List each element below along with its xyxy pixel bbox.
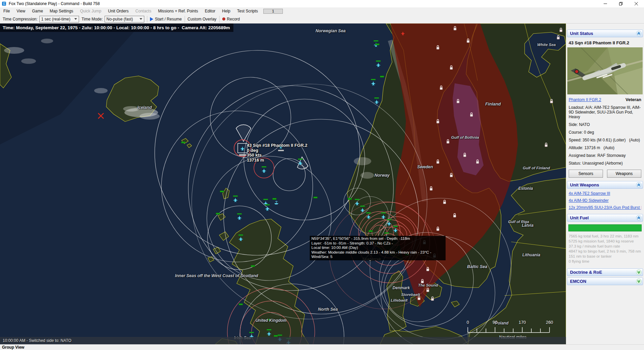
record-dot-icon <box>222 17 225 20</box>
menu-map-settings[interactable]: Map Settings <box>46 9 77 13</box>
unit-status-header[interactable]: Unit Status <box>567 30 643 37</box>
unit-db-link[interactable]: Phantom II FGR.2 <box>569 97 601 102</box>
double-chevron-down-icon[interactable] <box>636 269 642 275</box>
toolbar: Time Compression: 1 sec (real-time) Time… <box>0 15 644 24</box>
menu-help[interactable]: Help <box>219 9 234 13</box>
time-mode-label: Time Mode: <box>82 17 103 21</box>
start-resume-button[interactable]: Start / Resume <box>150 17 182 21</box>
title-bar: Fox Two (Standalone Play) - Command - Bu… <box>0 0 644 7</box>
menu-quick-jump[interactable]: Quick Jump <box>77 9 105 13</box>
chevron-down-icon <box>140 18 142 20</box>
weapon-link[interactable]: 4x AIM-9D Sidewinder <box>569 198 641 203</box>
toolbar-separator <box>147 16 147 23</box>
fuel-line: 151 nm to base or tanker <box>569 254 641 259</box>
event-log-line: 10:00:00 AM - Switched side to: NATO <box>0 337 566 344</box>
speed-line: Speed: 350 kts (M 0.61) (Loiter) (Auto) <box>569 138 641 142</box>
unit-photo <box>567 47 643 94</box>
test-scripts-counter[interactable]: 1 <box>263 9 283 14</box>
chevron-down-icon <box>74 18 77 20</box>
menu-view[interactable]: View <box>13 9 29 13</box>
selected-unit-course: 0 deg <box>247 148 307 153</box>
close-button[interactable] <box>629 0 644 7</box>
restore-icon <box>619 2 622 5</box>
time-mode-select[interactable]: No-pulse (fast) <box>105 16 144 23</box>
weapon-link[interactable]: 12x 20mm/85 SUU-23/A Gun Pod Burst [10..… <box>569 205 641 210</box>
toolbar-separator <box>219 16 220 23</box>
selected-unit-altitude: 13716 m <box>247 158 307 163</box>
weapons-button[interactable]: Weapons <box>607 170 641 178</box>
unit-name: 43 Sqn #18 Phantom II FGR.2 <box>569 40 641 45</box>
menu-missions-ref-points[interactable]: Missions + Ref. Points <box>155 9 201 13</box>
double-chevron-down-icon[interactable] <box>636 278 642 284</box>
scale-tick-0: 0 <box>466 320 469 325</box>
unit-weapons-list: 4x AIM-7E2 Sparrow III4x AIM-9D Sidewind… <box>566 191 644 210</box>
close-icon <box>635 2 638 5</box>
menu-editor[interactable]: Editor <box>201 9 219 13</box>
side-line: Side: NATO <box>569 122 641 127</box>
weapon-link[interactable]: 4x AIM-7E2 Sparrow III <box>569 191 641 196</box>
map-graphics <box>0 24 566 344</box>
map-cursor-tooltip: N59°34'35'', E1°50'56'' - 315.9nm from s… <box>310 236 446 260</box>
app-window: Fox Two (Standalone Play) - Command - Bu… <box>0 0 644 350</box>
window-title: Fox Two (Standalone Play) - Command - Bu… <box>9 1 100 6</box>
fuel-line: 7565 kg total fuel, 3 hrs 22 min, 1183 n… <box>569 234 641 238</box>
proficiency-label: Veteran <box>626 97 641 102</box>
custom-overlay-button[interactable]: Custom Overlay <box>188 17 217 21</box>
fuel-details: 7565 kg total fuel, 3 hrs 22 min, 1183 n… <box>566 234 644 264</box>
scale-ruler <box>467 326 559 334</box>
app-logo-icon <box>2 1 7 6</box>
right-sidebar: Unit Status 43 Sqn #18 Phantom II FGR.2 <box>566 24 644 344</box>
record-button[interactable]: Record <box>222 17 240 21</box>
minimize-icon <box>604 2 607 5</box>
unit-fuel-header[interactable]: Unit Fuel <box>567 214 643 222</box>
altitude-line: Altitude: 13716 m (Auto) <box>569 145 641 150</box>
scale-tick-170: 170 <box>519 320 526 325</box>
map-canvas[interactable]: Time: Monday, September 22, 1975 - Zulu:… <box>0 24 566 344</box>
menu-bar: FileViewGameMap SettingsQuick JumpUnit O… <box>0 7 644 15</box>
status-line: Status: Unassigned (Airborne) <box>569 161 641 166</box>
selected-unit-speed: 350 kts <box>247 153 307 158</box>
fuel-line: 4847 kg to bingo fuel, 2 hrs 9 min, 758 … <box>569 249 641 254</box>
view-mode-label: Group View <box>2 345 24 350</box>
double-chevron-up-icon[interactable] <box>636 31 642 36</box>
status-bar: Group View <box>0 344 644 350</box>
menu-contacts[interactable]: Contacts <box>132 9 155 13</box>
fuel-line: 0 flying time <box>569 259 641 264</box>
loadout-line: Loadout: A/A: AIM-7E2 Sparrow III, AIM-9… <box>569 105 641 119</box>
menu-unit-orders[interactable]: Unit Orders <box>105 9 132 13</box>
scale-tick-260: 260 <box>546 320 553 325</box>
double-chevron-up-icon[interactable] <box>636 215 642 221</box>
course-line: Course: 0 deg <box>569 130 641 135</box>
minimize-button[interactable] <box>598 0 613 7</box>
unit-weapons-header[interactable]: Unit Weapons <box>567 181 643 189</box>
scale-tick-90: 90 <box>493 320 497 325</box>
play-icon <box>150 17 153 21</box>
assigned-base-line: Assigned base: RAF Stornoway <box>569 153 641 158</box>
menu-file[interactable]: File <box>0 9 13 13</box>
toolbar-separator <box>185 16 185 23</box>
restore-button[interactable] <box>613 0 629 7</box>
selected-unit-label: 43 Sqn #18 Phantom II FGR.2 0 deg 350 kt… <box>247 143 307 163</box>
time-banner: Time: Monday, September 22, 1975 - Zulu:… <box>0 24 233 32</box>
time-compression-select[interactable]: 1 sec (real-time) <box>39 16 79 23</box>
double-chevron-up-icon[interactable] <box>636 182 642 188</box>
fuel-gauge-bar <box>568 224 642 231</box>
fuel-line: 5725 kg mission fuel, 1840 kg reserve <box>569 239 641 244</box>
menu-test-scripts[interactable]: Test Scripts <box>234 9 261 13</box>
fuel-line: 37.3 kg / minute fuel burn rate <box>569 244 641 249</box>
time-compression-label: Time Compression: <box>3 17 38 21</box>
doctrine-roe-header[interactable]: Doctrine & RoE <box>567 268 643 276</box>
sensors-button[interactable]: Sensors <box>569 170 603 178</box>
menu-game[interactable]: Game <box>29 9 46 13</box>
emcon-header[interactable]: EMCON <box>567 277 643 285</box>
selected-unit-name: 43 Sqn #18 Phantom II FGR.2 <box>247 143 307 148</box>
